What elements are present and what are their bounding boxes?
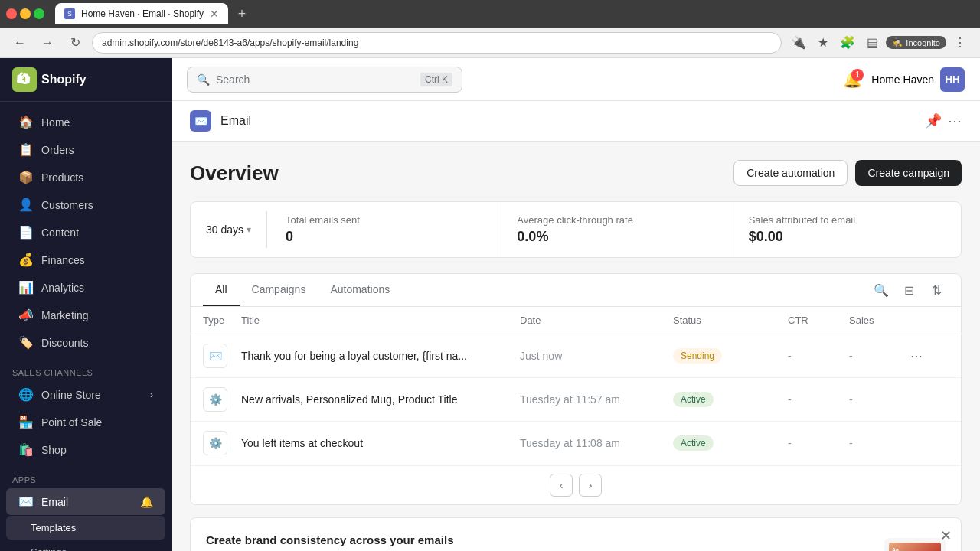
overview-title: Overview: [190, 161, 279, 185]
sidebar-icon[interactable]: ▤: [861, 32, 883, 54]
stats-row: 30 days ▾ Total emails sent 0 Average cl…: [190, 201, 962, 258]
next-page-button[interactable]: ›: [579, 474, 602, 497]
extensions-icon[interactable]: 🧩: [837, 32, 858, 54]
create-campaign-button[interactable]: Create campaign: [855, 160, 962, 186]
sidebar-item-home[interactable]: 🏠 Home: [6, 109, 165, 135]
back-button[interactable]: ←: [9, 32, 31, 54]
pos-icon: 🏪: [18, 415, 34, 429]
tab-close-icon[interactable]: ✕: [210, 8, 219, 20]
sidebar-item-analytics[interactable]: 📊 Analytics: [6, 274, 165, 301]
stat-ctr: Average click-through rate 0.0%: [498, 202, 730, 257]
table-row[interactable]: ⚙️ You left items at checkout Tuesday at…: [191, 422, 961, 465]
bell-icon[interactable]: 🔔: [140, 496, 153, 508]
action-buttons: Create automation Create campaign: [733, 160, 962, 186]
home-icon: 🏠: [18, 115, 34, 129]
chevron-down-icon: ▾: [247, 224, 251, 235]
incognito-icon: 🕵: [892, 37, 903, 47]
sidebar-item-email[interactable]: ✉️ Email 🔔: [6, 488, 165, 515]
sidebar-item-label-discounts: Discounts: [41, 337, 88, 349]
sidebar-item-label-orders: Orders: [41, 144, 74, 156]
minimize-button[interactable]: [20, 8, 31, 19]
address-bar[interactable]: admin.shopify.com/store/de8143-a6/apps/s…: [92, 32, 782, 54]
date-cell: Tuesday at 11:57 am: [520, 393, 673, 406]
analytics-icon: 📊: [18, 280, 34, 295]
tab-all[interactable]: All: [203, 274, 240, 306]
ctr-cell: -: [788, 393, 849, 406]
search-icon: 🔍: [197, 73, 210, 86]
sidebar-nav: 🏠 Home 📋 Orders 📦 Products 👤 Customers 📄…: [0, 102, 172, 551]
sidebar-item-products[interactable]: 📦 Products: [6, 164, 165, 191]
sidebar-item-label-online-store: Online Store: [41, 389, 101, 401]
tab-campaigns[interactable]: Campaigns: [240, 274, 318, 306]
close-branding-card-button[interactable]: ✕: [940, 527, 952, 544]
sidebar-subitem-templates[interactable]: Templates: [6, 516, 165, 540]
tab-automations[interactable]: Automations: [318, 274, 402, 306]
email-app-icon: ✉️: [18, 494, 34, 509]
sidebar-item-finances[interactable]: 💰 Finances: [6, 246, 165, 273]
sidebar-item-point-of-sale[interactable]: 🏪 Point of Sale: [6, 409, 165, 435]
overview-header: Overview Create automation Create campai…: [190, 160, 962, 186]
page-app-title: Email: [220, 114, 251, 128]
sales-channels-label: Sales channels: [0, 362, 172, 380]
sidebar-item-content[interactable]: 📄 Content: [6, 219, 165, 246]
close-button[interactable]: [6, 8, 17, 19]
search-box[interactable]: 🔍 Search Ctrl K: [187, 67, 462, 93]
search-table-button[interactable]: 🔍: [869, 278, 893, 302]
tabs-bar: All Campaigns Automations 🔍 ⊟ ⇅: [191, 274, 961, 307]
sidebar-subitem-settings[interactable]: Settings: [6, 540, 165, 551]
filter-button[interactable]: ⊟: [897, 278, 921, 302]
content-area: Overview Create automation Create campai…: [172, 142, 980, 551]
customers-icon: 👤: [18, 197, 34, 212]
shopify-logo-text: Shopify: [41, 73, 87, 86]
pagination-row: ‹ ›: [191, 465, 961, 504]
sidebar-item-label-customers: Customers: [41, 199, 93, 211]
mini-text: Aa: [892, 547, 899, 552]
browser-toolbar: ← → ↻ admin.shopify.com/store/de8143-a6/…: [0, 28, 980, 58]
prev-page-button[interactable]: ‹: [550, 474, 573, 497]
new-tab-button[interactable]: +: [231, 3, 253, 24]
store-avatar: HH: [940, 67, 965, 92]
type-cell: ⚙️: [203, 431, 241, 455]
page-header-actions: 📌 ⋯: [925, 112, 962, 129]
shop-icon: 🛍️: [18, 442, 34, 457]
row-menu-button[interactable]: ⋯: [910, 349, 923, 364]
email-preview: Aa: [884, 538, 946, 551]
main-content: 🔍 Search Ctrl K 🔔 1 Home Haven HH ✉️ Ema…: [172, 58, 980, 551]
sidebar-item-marketing[interactable]: 📣 Marketing: [6, 302, 165, 328]
top-bar: 🔍 Search Ctrl K 🔔 1 Home Haven HH: [172, 58, 980, 101]
sidebar-item-discounts[interactable]: 🏷️ Discounts: [6, 329, 165, 356]
sidebar-item-label-finances: Finances: [41, 254, 85, 266]
branding-content: Create brand consistency across your ema…: [206, 533, 869, 551]
sidebar-item-orders[interactable]: 📋 Orders: [6, 136, 165, 163]
title-cell: You left items at checkout: [241, 437, 520, 449]
tabs-actions: 🔍 ⊟ ⇅: [869, 278, 949, 302]
store-button[interactable]: Home Haven HH: [871, 67, 965, 92]
sidebar-item-label-analytics: Analytics: [41, 282, 84, 294]
shopify-logo[interactable]: Shopify: [12, 67, 87, 92]
sidebar-item-customers[interactable]: 👤 Customers: [6, 191, 165, 218]
create-automation-button[interactable]: Create automation: [733, 160, 848, 186]
bookmark-icon[interactable]: ★: [812, 32, 834, 54]
active-tab[interactable]: S Home Haven · Email · Shopify ✕: [55, 3, 228, 24]
title-cell: Thank you for being a loyal customer, {f…: [241, 350, 520, 362]
menu-icon[interactable]: ⋮: [949, 32, 971, 54]
table-row[interactable]: ⚙️ New arrivals, Personalized Mug, Produ…: [191, 378, 961, 422]
products-icon: 📦: [18, 170, 34, 184]
forward-button[interactable]: →: [37, 32, 58, 54]
reload-button[interactable]: ↻: [64, 32, 86, 54]
sort-button[interactable]: ⇅: [924, 278, 949, 302]
sidebar-item-online-store[interactable]: 🌐 Online Store ›: [6, 381, 165, 408]
stats-period-selector[interactable]: 30 days ▾: [191, 211, 267, 248]
status-badge: Active: [673, 392, 714, 407]
table-row[interactable]: ✉️ Thank you for being a loyal customer,…: [191, 334, 961, 378]
sidebar-item-shop[interactable]: 🛍️ Shop: [6, 436, 165, 463]
status-cell: Active: [673, 435, 788, 451]
extension-icon[interactable]: 🔌: [788, 32, 809, 54]
notification-button[interactable]: 🔔 1: [843, 70, 862, 89]
search-shortcut: Ctrl K: [420, 73, 452, 86]
more-options-button[interactable]: ⋯: [948, 112, 962, 129]
maximize-button[interactable]: [34, 8, 44, 19]
col-sales: Sales: [849, 315, 910, 326]
email-app-header-icon: ✉️: [190, 110, 211, 132]
pin-button[interactable]: 📌: [925, 112, 942, 129]
